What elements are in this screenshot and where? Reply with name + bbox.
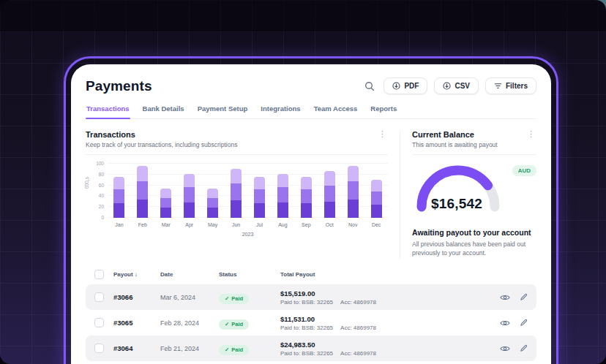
bar-group-sep[interactable] bbox=[294, 164, 318, 218]
bar-segment-tier-3 bbox=[324, 171, 335, 185]
bar-segment-tier-3 bbox=[137, 166, 148, 181]
stacked-bar bbox=[113, 177, 124, 218]
stacked-bar bbox=[160, 189, 171, 218]
transactions-bar-chart: 000,s 100806040200 JanFebMarAprMayJunJul… bbox=[86, 164, 388, 237]
bar-group-may[interactable] bbox=[201, 164, 225, 218]
tab-integrations[interactable]: Integrations bbox=[260, 102, 301, 118]
bar-segment-tier-1 bbox=[371, 205, 382, 219]
check-icon: ✓ bbox=[225, 295, 229, 302]
tab-team-access[interactable]: Team Access bbox=[313, 102, 359, 118]
column-header-status[interactable]: Status bbox=[219, 271, 280, 278]
balance-gauge: $16,542 AUD bbox=[412, 164, 536, 216]
table-body: #3066Mar 6, 2024✓Paid$15,519.00Paid to: … bbox=[86, 284, 536, 364]
kebab-menu-icon[interactable]: ⋮ bbox=[525, 130, 536, 137]
download-icon bbox=[392, 82, 400, 90]
bar-segment-tier-3 bbox=[207, 189, 218, 198]
bar-segment-tier-2 bbox=[113, 189, 124, 203]
y-axis-tick: 0 bbox=[101, 215, 104, 220]
payout-date: Mar 6, 2024 bbox=[160, 294, 219, 301]
view-icon[interactable] bbox=[500, 319, 510, 327]
y-axis-label: 000,s bbox=[84, 177, 89, 189]
bar-group-nov[interactable] bbox=[341, 164, 364, 218]
filter-icon bbox=[494, 82, 502, 90]
table-row[interactable]: #3064Feb 21, 2024✓Paid$24,983.50Paid to:… bbox=[86, 335, 536, 361]
edit-icon[interactable] bbox=[520, 293, 528, 301]
pdf-label: PDF bbox=[404, 82, 419, 90]
select-all-checkbox[interactable] bbox=[94, 270, 104, 279]
y-axis-tick: 100 bbox=[96, 161, 104, 166]
tab-bank-details[interactable]: Bank Details bbox=[142, 102, 185, 118]
stacked-bar bbox=[277, 174, 288, 218]
filters-label: Filters bbox=[506, 82, 528, 90]
bar-group-dec[interactable] bbox=[364, 164, 388, 218]
bar-segment-tier-2 bbox=[348, 181, 359, 199]
csv-button[interactable]: CSV bbox=[434, 77, 479, 94]
bar-group-feb[interactable] bbox=[131, 164, 154, 218]
column-header-payout[interactable]: Payout↓ bbox=[113, 271, 160, 278]
bar-group-apr[interactable] bbox=[178, 164, 201, 218]
balance-panel: Current Balance This amount is awaiting … bbox=[400, 130, 536, 259]
edit-icon[interactable] bbox=[520, 344, 528, 352]
x-axis-tick: Jun bbox=[225, 222, 248, 227]
bar-segment-tier-1 bbox=[301, 203, 312, 218]
edit-icon[interactable] bbox=[520, 319, 528, 327]
x-axis-tick: Jul bbox=[248, 222, 272, 227]
bar-group-jan[interactable] bbox=[108, 164, 131, 218]
bar-segment-tier-3 bbox=[113, 177, 124, 189]
card-header: Payments PDF bbox=[86, 77, 536, 94]
bars-row bbox=[108, 164, 388, 218]
pdf-button[interactable]: PDF bbox=[384, 77, 427, 94]
bar-segment-tier-1 bbox=[231, 200, 242, 218]
tab-reports[interactable]: Reports bbox=[370, 102, 397, 118]
bar-group-oct[interactable] bbox=[318, 164, 341, 218]
column-header-date[interactable]: Date bbox=[160, 271, 219, 278]
x-axis-title: 2023 bbox=[108, 232, 388, 237]
bar-group-jun[interactable] bbox=[225, 164, 248, 218]
bar-group-jul[interactable] bbox=[248, 164, 272, 218]
row-checkbox[interactable] bbox=[94, 292, 104, 302]
payout-details: Paid to: BSB: 32265Acc: 4869978 bbox=[280, 350, 490, 357]
bar-segment-tier-1 bbox=[254, 203, 265, 218]
tab-transactions[interactable]: Transactions bbox=[86, 102, 130, 118]
x-axis-tick: Mar bbox=[154, 222, 178, 227]
bar-segment-tier-1 bbox=[324, 202, 335, 218]
stacked-bar bbox=[348, 166, 359, 218]
payout-details: Paid to: BSB: 32265Acc: 4869978 bbox=[280, 299, 490, 306]
bar-segment-tier-1 bbox=[348, 200, 359, 218]
bar-segment-tier-3 bbox=[371, 180, 382, 192]
bar-segment-tier-2 bbox=[207, 198, 218, 208]
row-checkbox[interactable] bbox=[94, 344, 104, 353]
x-axis-tick: Jan bbox=[108, 222, 131, 227]
bar-segment-tier-2 bbox=[371, 192, 382, 204]
status-badge: ✓Paid bbox=[219, 319, 249, 330]
bar-group-mar[interactable] bbox=[154, 164, 178, 218]
table-row[interactable]: #3063Feb 14, 2024✓Paid$19,158.00Paid to:… bbox=[86, 361, 536, 364]
check-icon: ✓ bbox=[225, 346, 229, 353]
currency-badge: AUD bbox=[512, 165, 536, 176]
bar-segment-tier-1 bbox=[277, 202, 288, 218]
row-checkbox[interactable] bbox=[94, 318, 104, 327]
column-header-total[interactable]: Total Payout bbox=[280, 271, 490, 278]
tab-payment-setup[interactable]: Payment Setup bbox=[197, 102, 249, 118]
kebab-menu-icon[interactable]: ⋮ bbox=[377, 130, 388, 137]
page-title: Payments bbox=[86, 78, 152, 94]
table-row[interactable]: #3066Mar 6, 2024✓Paid$15,519.00Paid to: … bbox=[86, 284, 536, 310]
bar-segment-tier-2 bbox=[301, 189, 312, 203]
search-icon[interactable] bbox=[364, 81, 375, 91]
bar-group-aug[interactable] bbox=[271, 164, 294, 218]
view-icon[interactable] bbox=[500, 345, 510, 352]
x-axis-tick: May bbox=[201, 222, 225, 227]
bar-segment-tier-1 bbox=[184, 202, 195, 218]
payout-amount: $24,983.50 bbox=[280, 341, 490, 349]
payout-date: Feb 21, 2024 bbox=[160, 345, 219, 352]
table-row[interactable]: #3065Feb 28, 2024✓Paid$11,531.00Paid to:… bbox=[86, 310, 536, 335]
y-axis-tick: 80 bbox=[99, 171, 104, 176]
view-icon[interactable] bbox=[500, 294, 510, 301]
bar-segment-tier-1 bbox=[207, 208, 218, 218]
transactions-panel: Transactions Keep track of your transact… bbox=[86, 130, 400, 259]
bar-segment-tier-1 bbox=[160, 208, 171, 218]
filters-button[interactable]: Filters bbox=[485, 77, 536, 94]
x-axis-tick: Aug bbox=[271, 222, 294, 227]
payments-card: Payments PDF bbox=[71, 64, 551, 364]
bar-segment-tier-2 bbox=[254, 189, 265, 203]
